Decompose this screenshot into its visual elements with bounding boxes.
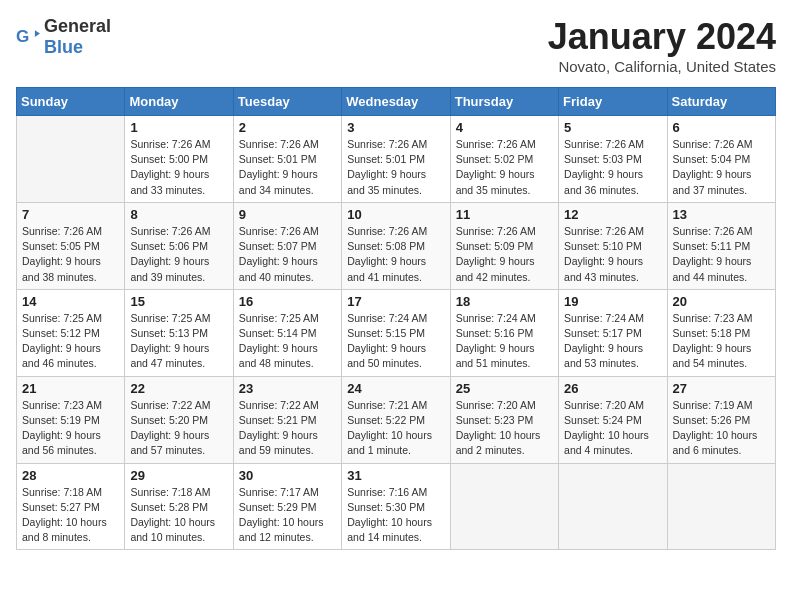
calendar-cell bbox=[17, 116, 125, 203]
calendar-cell: 27Sunrise: 7:19 AM Sunset: 5:26 PM Dayli… bbox=[667, 376, 775, 463]
day-number: 7 bbox=[22, 207, 119, 222]
calendar-table: SundayMondayTuesdayWednesdayThursdayFrid… bbox=[16, 87, 776, 550]
day-content: Sunrise: 7:18 AM Sunset: 5:28 PM Dayligh… bbox=[130, 485, 227, 546]
calendar-cell: 23Sunrise: 7:22 AM Sunset: 5:21 PM Dayli… bbox=[233, 376, 341, 463]
calendar-cell: 22Sunrise: 7:22 AM Sunset: 5:20 PM Dayli… bbox=[125, 376, 233, 463]
day-content: Sunrise: 7:26 AM Sunset: 5:10 PM Dayligh… bbox=[564, 224, 661, 285]
day-number: 9 bbox=[239, 207, 336, 222]
calendar-cell: 31Sunrise: 7:16 AM Sunset: 5:30 PM Dayli… bbox=[342, 463, 450, 550]
day-content: Sunrise: 7:25 AM Sunset: 5:12 PM Dayligh… bbox=[22, 311, 119, 372]
calendar-week-row: 21Sunrise: 7:23 AM Sunset: 5:19 PM Dayli… bbox=[17, 376, 776, 463]
day-content: Sunrise: 7:26 AM Sunset: 5:01 PM Dayligh… bbox=[347, 137, 444, 198]
calendar-cell: 10Sunrise: 7:26 AM Sunset: 5:08 PM Dayli… bbox=[342, 202, 450, 289]
day-content: Sunrise: 7:26 AM Sunset: 5:03 PM Dayligh… bbox=[564, 137, 661, 198]
day-content: Sunrise: 7:26 AM Sunset: 5:05 PM Dayligh… bbox=[22, 224, 119, 285]
day-content: Sunrise: 7:24 AM Sunset: 5:16 PM Dayligh… bbox=[456, 311, 553, 372]
day-number: 5 bbox=[564, 120, 661, 135]
day-header-thursday: Thursday bbox=[450, 88, 558, 116]
calendar-cell: 14Sunrise: 7:25 AM Sunset: 5:12 PM Dayli… bbox=[17, 289, 125, 376]
day-number: 10 bbox=[347, 207, 444, 222]
day-content: Sunrise: 7:26 AM Sunset: 5:01 PM Dayligh… bbox=[239, 137, 336, 198]
calendar-cell: 18Sunrise: 7:24 AM Sunset: 5:16 PM Dayli… bbox=[450, 289, 558, 376]
day-content: Sunrise: 7:26 AM Sunset: 5:09 PM Dayligh… bbox=[456, 224, 553, 285]
calendar-cell: 17Sunrise: 7:24 AM Sunset: 5:15 PM Dayli… bbox=[342, 289, 450, 376]
day-content: Sunrise: 7:23 AM Sunset: 5:18 PM Dayligh… bbox=[673, 311, 770, 372]
calendar-cell: 19Sunrise: 7:24 AM Sunset: 5:17 PM Dayli… bbox=[559, 289, 667, 376]
day-number: 15 bbox=[130, 294, 227, 309]
day-content: Sunrise: 7:26 AM Sunset: 5:11 PM Dayligh… bbox=[673, 224, 770, 285]
day-content: Sunrise: 7:26 AM Sunset: 5:08 PM Dayligh… bbox=[347, 224, 444, 285]
calendar-cell: 8Sunrise: 7:26 AM Sunset: 5:06 PM Daylig… bbox=[125, 202, 233, 289]
day-number: 27 bbox=[673, 381, 770, 396]
page-header: G General Blue January 2024 Novato, Cali… bbox=[16, 16, 776, 75]
svg-text:G: G bbox=[16, 26, 29, 46]
day-content: Sunrise: 7:23 AM Sunset: 5:19 PM Dayligh… bbox=[22, 398, 119, 459]
day-number: 24 bbox=[347, 381, 444, 396]
calendar-cell: 28Sunrise: 7:18 AM Sunset: 5:27 PM Dayli… bbox=[17, 463, 125, 550]
day-number: 3 bbox=[347, 120, 444, 135]
day-number: 31 bbox=[347, 468, 444, 483]
calendar-cell: 29Sunrise: 7:18 AM Sunset: 5:28 PM Dayli… bbox=[125, 463, 233, 550]
calendar-cell: 11Sunrise: 7:26 AM Sunset: 5:09 PM Dayli… bbox=[450, 202, 558, 289]
day-content: Sunrise: 7:19 AM Sunset: 5:26 PM Dayligh… bbox=[673, 398, 770, 459]
day-content: Sunrise: 7:22 AM Sunset: 5:21 PM Dayligh… bbox=[239, 398, 336, 459]
calendar-cell: 12Sunrise: 7:26 AM Sunset: 5:10 PM Dayli… bbox=[559, 202, 667, 289]
day-number: 13 bbox=[673, 207, 770, 222]
day-number: 30 bbox=[239, 468, 336, 483]
day-number: 2 bbox=[239, 120, 336, 135]
day-number: 21 bbox=[22, 381, 119, 396]
day-content: Sunrise: 7:26 AM Sunset: 5:06 PM Dayligh… bbox=[130, 224, 227, 285]
calendar-cell: 9Sunrise: 7:26 AM Sunset: 5:07 PM Daylig… bbox=[233, 202, 341, 289]
day-number: 28 bbox=[22, 468, 119, 483]
day-number: 6 bbox=[673, 120, 770, 135]
calendar-title: January 2024 bbox=[548, 16, 776, 58]
day-number: 19 bbox=[564, 294, 661, 309]
calendar-cell: 6Sunrise: 7:26 AM Sunset: 5:04 PM Daylig… bbox=[667, 116, 775, 203]
calendar-cell: 16Sunrise: 7:25 AM Sunset: 5:14 PM Dayli… bbox=[233, 289, 341, 376]
day-content: Sunrise: 7:16 AM Sunset: 5:30 PM Dayligh… bbox=[347, 485, 444, 546]
logo-icon: G bbox=[16, 25, 40, 49]
logo-blue-text: Blue bbox=[44, 37, 83, 57]
day-content: Sunrise: 7:24 AM Sunset: 5:15 PM Dayligh… bbox=[347, 311, 444, 372]
calendar-cell: 25Sunrise: 7:20 AM Sunset: 5:23 PM Dayli… bbox=[450, 376, 558, 463]
day-content: Sunrise: 7:24 AM Sunset: 5:17 PM Dayligh… bbox=[564, 311, 661, 372]
day-header-saturday: Saturday bbox=[667, 88, 775, 116]
day-content: Sunrise: 7:20 AM Sunset: 5:23 PM Dayligh… bbox=[456, 398, 553, 459]
calendar-cell: 26Sunrise: 7:20 AM Sunset: 5:24 PM Dayli… bbox=[559, 376, 667, 463]
calendar-cell: 7Sunrise: 7:26 AM Sunset: 5:05 PM Daylig… bbox=[17, 202, 125, 289]
day-number: 11 bbox=[456, 207, 553, 222]
day-number: 14 bbox=[22, 294, 119, 309]
day-content: Sunrise: 7:22 AM Sunset: 5:20 PM Dayligh… bbox=[130, 398, 227, 459]
logo-general-text: General bbox=[44, 16, 111, 36]
calendar-cell bbox=[667, 463, 775, 550]
day-header-monday: Monday bbox=[125, 88, 233, 116]
day-number: 26 bbox=[564, 381, 661, 396]
day-content: Sunrise: 7:18 AM Sunset: 5:27 PM Dayligh… bbox=[22, 485, 119, 546]
day-content: Sunrise: 7:26 AM Sunset: 5:07 PM Dayligh… bbox=[239, 224, 336, 285]
calendar-week-row: 28Sunrise: 7:18 AM Sunset: 5:27 PM Dayli… bbox=[17, 463, 776, 550]
calendar-cell: 20Sunrise: 7:23 AM Sunset: 5:18 PM Dayli… bbox=[667, 289, 775, 376]
day-number: 29 bbox=[130, 468, 227, 483]
day-number: 20 bbox=[673, 294, 770, 309]
calendar-cell: 5Sunrise: 7:26 AM Sunset: 5:03 PM Daylig… bbox=[559, 116, 667, 203]
calendar-cell: 21Sunrise: 7:23 AM Sunset: 5:19 PM Dayli… bbox=[17, 376, 125, 463]
calendar-cell: 24Sunrise: 7:21 AM Sunset: 5:22 PM Dayli… bbox=[342, 376, 450, 463]
calendar-header-row: SundayMondayTuesdayWednesdayThursdayFrid… bbox=[17, 88, 776, 116]
day-content: Sunrise: 7:25 AM Sunset: 5:13 PM Dayligh… bbox=[130, 311, 227, 372]
day-number: 22 bbox=[130, 381, 227, 396]
day-content: Sunrise: 7:26 AM Sunset: 5:02 PM Dayligh… bbox=[456, 137, 553, 198]
calendar-week-row: 14Sunrise: 7:25 AM Sunset: 5:12 PM Dayli… bbox=[17, 289, 776, 376]
day-header-wednesday: Wednesday bbox=[342, 88, 450, 116]
day-number: 16 bbox=[239, 294, 336, 309]
day-content: Sunrise: 7:21 AM Sunset: 5:22 PM Dayligh… bbox=[347, 398, 444, 459]
calendar-cell: 2Sunrise: 7:26 AM Sunset: 5:01 PM Daylig… bbox=[233, 116, 341, 203]
calendar-week-row: 7Sunrise: 7:26 AM Sunset: 5:05 PM Daylig… bbox=[17, 202, 776, 289]
title-block: January 2024 Novato, California, United … bbox=[548, 16, 776, 75]
calendar-cell: 1Sunrise: 7:26 AM Sunset: 5:00 PM Daylig… bbox=[125, 116, 233, 203]
calendar-cell bbox=[559, 463, 667, 550]
day-number: 17 bbox=[347, 294, 444, 309]
day-number: 25 bbox=[456, 381, 553, 396]
logo: G General Blue bbox=[16, 16, 111, 58]
day-number: 4 bbox=[456, 120, 553, 135]
calendar-week-row: 1Sunrise: 7:26 AM Sunset: 5:00 PM Daylig… bbox=[17, 116, 776, 203]
